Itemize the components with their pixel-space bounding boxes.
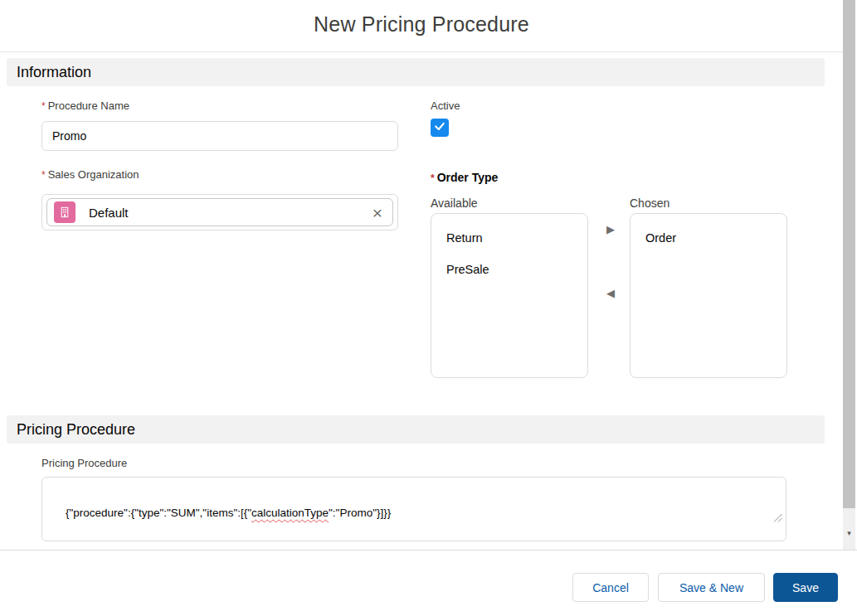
textarea-resize-handle[interactable] bbox=[753, 500, 783, 538]
active-label: Active bbox=[431, 99, 460, 112]
sales-organization-lookup[interactable]: Default × bbox=[41, 194, 398, 230]
check-icon bbox=[433, 119, 446, 136]
footer-divider bbox=[0, 550, 857, 551]
required-asterisk: * bbox=[431, 172, 435, 184]
chosen-option[interactable]: Order bbox=[631, 222, 786, 254]
pricing-procedure-label: Pricing Procedure bbox=[41, 457, 127, 469]
available-listbox[interactable]: Return PreSale bbox=[431, 213, 588, 378]
json-text: ":"Promo"}]}} bbox=[329, 507, 391, 519]
section-header-information: Information bbox=[7, 58, 825, 86]
scrollbar-thumb[interactable] bbox=[843, 0, 855, 508]
sales-organization-label: *Sales Organization bbox=[41, 168, 139, 181]
pricing-procedure-textarea[interactable]: {"procedure":{"type":"SUM","items":[{"ca… bbox=[41, 477, 786, 541]
save-and-new-button[interactable]: Save & New bbox=[658, 573, 765, 602]
json-text: {"procedure":{"type":"SUM","items":[{" bbox=[66, 507, 251, 519]
sales-organization-record-icon bbox=[54, 201, 75, 223]
clear-selection-icon[interactable]: × bbox=[373, 204, 382, 221]
available-column-label: Available bbox=[431, 196, 478, 210]
page-title: New Pricing Procedure bbox=[0, 12, 843, 36]
order-type-label: *Order Type bbox=[431, 171, 498, 184]
json-text-misspelled: calculationType bbox=[251, 507, 329, 519]
chosen-listbox[interactable]: Order bbox=[630, 213, 787, 378]
selected-record-pill[interactable]: Default × bbox=[46, 198, 393, 226]
active-checkbox[interactable] bbox=[431, 119, 449, 137]
move-right-icon[interactable]: ▶ bbox=[602, 221, 619, 238]
new-pricing-procedure-modal: New Pricing Procedure Information *Proce… bbox=[0, 0, 857, 616]
move-left-icon[interactable]: ◀ bbox=[602, 285, 619, 302]
procedure-name-input[interactable] bbox=[41, 121, 398, 151]
required-asterisk: * bbox=[41, 169, 46, 181]
save-button[interactable]: Save bbox=[773, 573, 838, 602]
vertical-scrollbar[interactable]: ▾ bbox=[843, 0, 855, 550]
procedure-name-label: *Procedure Name bbox=[41, 99, 129, 112]
selected-record-name: Default bbox=[89, 206, 129, 220]
chosen-column-label: Chosen bbox=[630, 196, 670, 210]
available-option[interactable]: PreSale bbox=[431, 254, 587, 285]
required-asterisk: * bbox=[41, 100, 46, 112]
section-header-pricing-procedure: Pricing Procedure bbox=[7, 415, 825, 444]
available-option[interactable]: Return bbox=[431, 222, 587, 254]
scrollbar-down-arrow-icon[interactable]: ▾ bbox=[843, 529, 855, 537]
cancel-button[interactable]: Cancel bbox=[572, 573, 649, 602]
header-divider bbox=[0, 51, 843, 52]
